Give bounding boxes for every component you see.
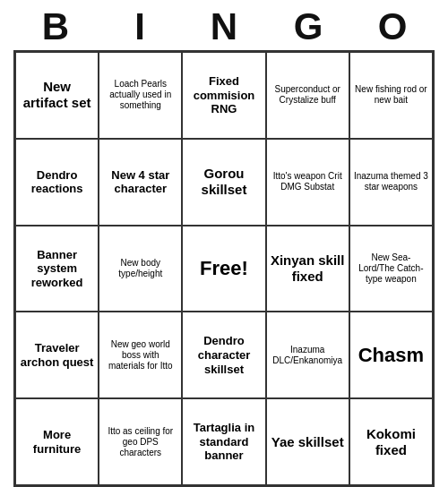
cell-r0-c4: New fishing rod or new bait [349,52,433,139]
cell-r3-c2: Dendro character skillset [182,312,265,398]
cell-r1-c3: Itto's weapon Crit DMG Substat [266,139,349,226]
cell-r4-c3: Yae skillset [266,398,349,485]
cell-r2-c2: Free! [182,226,265,312]
cell-r0-c1: Loach Pearls actually used in something [99,52,182,139]
cell-r4-c1: Itto as ceiling for geo DPS characters [99,398,182,485]
cell-r4-c4: Kokomi fixed [349,398,433,485]
cell-r2-c3: Xinyan skill fixed [266,226,349,312]
cell-r2-c1: New body type/height [99,226,182,312]
cell-r1-c2: Gorou skillset [182,139,265,226]
bingo-header: B I N G O [13,0,435,50]
cell-r4-c2: Tartaglia in standard banner [182,398,265,485]
cell-r3-c4: Chasm [349,312,433,398]
bingo-grid: New artifact setLoach Pearls actually us… [13,50,435,487]
cell-r3-c1: New geo world boss with materials for It… [99,312,182,398]
letter-n: N [185,5,263,48]
cell-r0-c2: Fixed commision RNG [182,52,265,139]
letter-i: I [100,5,179,48]
cell-r3-c0: Traveler archon quest [15,312,99,398]
letter-g: G [269,5,348,48]
cell-r4-c0: More furniture [15,398,99,485]
cell-r0-c0: New artifact set [15,52,99,139]
cell-r0-c3: Superconduct or Crystalize buff [266,52,349,139]
cell-r1-c4: Inazuma themed 3 star weapons [349,139,433,226]
cell-r3-c3: Inazuma DLC/Enkanomiya [266,312,349,398]
cell-r2-c4: New Sea-Lord/The Catch-type weapon [349,226,433,312]
cell-r1-c1: New 4 star character [99,139,182,226]
letter-b: B [16,5,95,48]
cell-r1-c0: Dendro reactions [15,139,99,226]
cell-r2-c0: Banner system reworked [15,226,99,312]
letter-o: O [353,5,432,48]
